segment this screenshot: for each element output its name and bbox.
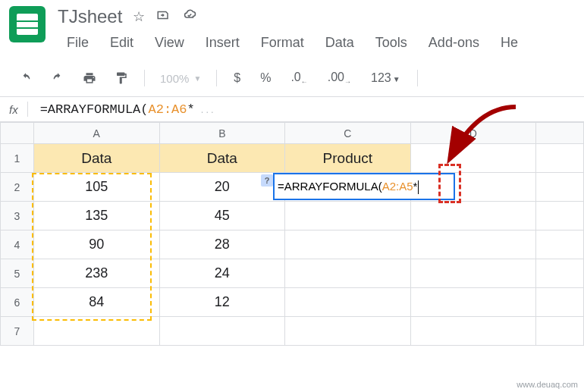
separator bbox=[417, 70, 418, 86]
app-header: TJsheet ☆ File Edit View Insert Format D… bbox=[0, 0, 584, 54]
separator bbox=[144, 70, 145, 86]
fx-icon: fx bbox=[9, 103, 18, 116]
col-header-c[interactable]: C bbox=[285, 123, 411, 144]
number-format-dropdown[interactable]: 123▼ bbox=[363, 68, 408, 88]
cell-editor-text: =ARRAYFORMULA(A2:A5* bbox=[275, 180, 419, 194]
cell-c7[interactable] bbox=[285, 317, 411, 346]
cloud-status-icon[interactable] bbox=[181, 8, 198, 26]
col-header-b[interactable]: B bbox=[159, 123, 285, 144]
row-header-3[interactable]: 3 bbox=[1, 202, 34, 230]
formula-bar: fx =ARRAYFORMULA(A2:A6* ... bbox=[0, 97, 584, 122]
separator bbox=[27, 102, 28, 117]
menu-view[interactable]: View bbox=[146, 32, 193, 54]
menu-file[interactable]: File bbox=[58, 32, 98, 54]
col-header-d[interactable]: D bbox=[410, 123, 536, 144]
cell-a1[interactable]: Data bbox=[34, 144, 160, 173]
cell-c6[interactable] bbox=[285, 288, 411, 317]
cell-a7[interactable] bbox=[34, 317, 160, 346]
cell-a3[interactable]: 135 bbox=[34, 202, 160, 230]
cell-b5[interactable]: 24 bbox=[159, 259, 285, 288]
cell-b6[interactable]: 12 bbox=[159, 288, 285, 317]
menubar: File Edit View Insert Format Data Tools … bbox=[58, 32, 575, 54]
cell-e4[interactable] bbox=[536, 230, 584, 259]
row-header-6[interactable]: 6 bbox=[1, 288, 34, 317]
cell-d3[interactable] bbox=[410, 202, 536, 230]
paint-format-button[interactable] bbox=[108, 68, 135, 88]
formula-input[interactable]: =ARRAYFORMULA(A2:A6* ... bbox=[40, 102, 215, 117]
move-icon[interactable] bbox=[155, 8, 171, 26]
cell-e7[interactable] bbox=[536, 317, 584, 346]
document-title[interactable]: TJsheet bbox=[58, 6, 122, 27]
star-icon[interactable]: ☆ bbox=[133, 8, 145, 25]
text-cursor bbox=[418, 180, 419, 194]
cell-c1[interactable]: Product bbox=[285, 144, 411, 173]
col-header-a[interactable]: A bbox=[34, 123, 160, 144]
editor-prefix: =ARRAYFORMULA( bbox=[278, 180, 382, 193]
formula-hint: ... bbox=[195, 106, 215, 115]
menu-data[interactable]: Data bbox=[316, 32, 363, 54]
redo-button[interactable] bbox=[44, 69, 71, 87]
menu-addons[interactable]: Add-ons bbox=[419, 32, 488, 54]
cell-d6[interactable] bbox=[410, 288, 536, 317]
title-area: TJsheet ☆ File Edit View Insert Format D… bbox=[58, 6, 575, 54]
cell-e3[interactable] bbox=[536, 202, 584, 230]
menu-insert[interactable]: Insert bbox=[196, 32, 249, 54]
formula-range: A2:A6 bbox=[149, 102, 187, 117]
row-header-5[interactable]: 5 bbox=[1, 259, 34, 288]
menu-edit[interactable]: Edit bbox=[101, 32, 143, 54]
cell-d5[interactable] bbox=[410, 259, 536, 288]
menu-tools[interactable]: Tools bbox=[366, 32, 416, 54]
cell-d1[interactable] bbox=[410, 144, 536, 173]
cell-e5[interactable] bbox=[536, 259, 584, 288]
formula-help-icon[interactable]: ? bbox=[261, 174, 273, 187]
menu-help[interactable]: He bbox=[491, 32, 527, 54]
cell-b3[interactable]: 45 bbox=[159, 202, 285, 230]
editor-suffix: * bbox=[413, 180, 418, 193]
zoom-dropdown[interactable]: 100%▼ bbox=[154, 69, 207, 88]
toolbar: 100%▼ $ % .0← .00→ 123▼ bbox=[0, 60, 584, 97]
grid-area: A B C D 1 Data Data Product 2 105 20 3 1… bbox=[0, 122, 584, 346]
print-button[interactable] bbox=[76, 68, 103, 88]
cell-a4[interactable]: 90 bbox=[34, 230, 160, 259]
title-row: TJsheet ☆ bbox=[58, 6, 575, 27]
cell-a2[interactable]: 105 bbox=[34, 173, 160, 202]
cell-a6[interactable]: 84 bbox=[34, 288, 160, 317]
cell-e2[interactable] bbox=[536, 173, 584, 202]
cell-c4[interactable] bbox=[285, 230, 411, 259]
cell-e6[interactable] bbox=[536, 288, 584, 317]
spreadsheet-grid[interactable]: A B C D 1 Data Data Product 2 105 20 3 1… bbox=[0, 122, 584, 346]
cell-c3[interactable] bbox=[285, 202, 411, 230]
formula-suffix: * bbox=[187, 102, 195, 117]
cell-c5[interactable] bbox=[285, 259, 411, 288]
select-all-corner[interactable] bbox=[1, 123, 34, 144]
editor-range: A2:A5 bbox=[382, 180, 413, 193]
cell-b1[interactable]: Data bbox=[159, 144, 285, 173]
percent-button[interactable]: % bbox=[253, 68, 278, 88]
row-header-1[interactable]: 1 bbox=[1, 144, 34, 173]
cell-e1[interactable] bbox=[536, 144, 584, 173]
cell-a5[interactable]: 238 bbox=[34, 259, 160, 288]
cell-b4[interactable]: 28 bbox=[159, 230, 285, 259]
undo-button[interactable] bbox=[12, 69, 39, 87]
menu-format[interactable]: Format bbox=[252, 32, 313, 54]
row-header-4[interactable]: 4 bbox=[1, 230, 34, 259]
watermark: www.deuaq.com bbox=[516, 380, 578, 389]
row-header-2[interactable]: 2 bbox=[1, 173, 34, 202]
sheets-logo-icon bbox=[17, 14, 38, 35]
formula-prefix: =ARRAYFORMULA( bbox=[40, 102, 149, 117]
col-header-extra[interactable] bbox=[536, 123, 584, 144]
separator bbox=[216, 70, 217, 86]
row-header-7[interactable]: 7 bbox=[1, 317, 34, 346]
cell-b7[interactable] bbox=[159, 317, 285, 346]
currency-button[interactable]: $ bbox=[226, 68, 248, 88]
cell-d7[interactable] bbox=[410, 317, 536, 346]
sheets-logo bbox=[9, 6, 46, 42]
decrease-decimal-button[interactable]: .0← bbox=[283, 67, 315, 89]
increase-decimal-button[interactable]: .00→ bbox=[320, 67, 359, 89]
cell-d4[interactable] bbox=[410, 230, 536, 259]
cell-editor-c2[interactable]: ? =ARRAYFORMULA(A2:A5* bbox=[273, 173, 455, 200]
